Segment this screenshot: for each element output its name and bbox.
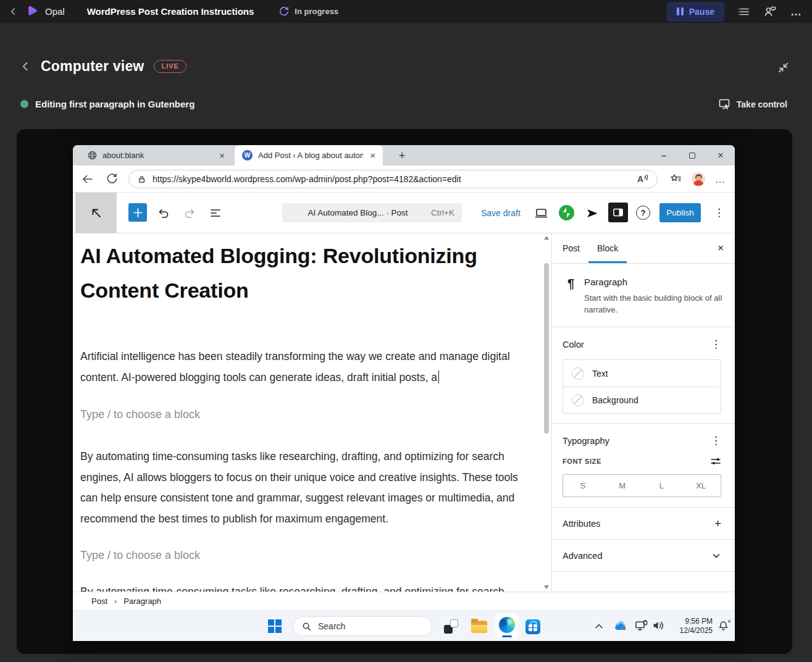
page-title: Computer view [41, 58, 144, 75]
onedrive-cloud-icon[interactable] [613, 620, 629, 632]
typography-options-icon[interactable]: ⋮ [711, 435, 721, 446]
view-back-icon[interactable] [20, 61, 31, 72]
task-view-icon[interactable] [444, 619, 458, 634]
edge-browser-icon[interactable] [495, 614, 519, 639]
windows-taskbar: Search [73, 610, 735, 641]
url-text: https://skype4bworld.wordpress.com/wp-ad… [153, 174, 631, 184]
breadcrumb-paragraph[interactable]: Paragraph [123, 597, 161, 606]
scrollbar-thumb[interactable] [544, 263, 549, 434]
scroll-up-icon[interactable] [544, 236, 549, 240]
nav-back-icon[interactable] [82, 173, 94, 185]
chevron-down-icon [711, 551, 721, 561]
save-draft-button[interactable]: Save draft [481, 193, 521, 233]
topbar-actions: Pause … [667, 2, 802, 22]
search-placeholder: Search [318, 621, 345, 631]
favorites-star-icon[interactable] [669, 173, 682, 185]
advanced-panel[interactable]: Advanced [552, 540, 735, 572]
more-menu-icon[interactable]: … [790, 9, 802, 15]
breadcrumb-post[interactable]: Post [91, 597, 107, 606]
font-size-m[interactable]: M [603, 475, 642, 496]
text-color-label: Text [592, 369, 608, 379]
command-palette[interactable]: AI Automated Blog... · Post Ctrl+K [282, 203, 462, 222]
publish-button[interactable]: Publish [659, 203, 701, 222]
tab-close-icon[interactable]: × [369, 151, 377, 160]
color-options-icon[interactable]: ⋮ [711, 339, 721, 350]
window-maximize-icon[interactable] [678, 145, 706, 166]
add-attributes-icon[interactable]: + [714, 517, 721, 530]
view-header: Computer view LIVE [20, 58, 186, 75]
empty-block-placeholder-1[interactable]: Type / to choose a block [80, 408, 200, 421]
window-close-icon[interactable]: × [706, 145, 735, 166]
nav-refresh-icon[interactable] [106, 173, 118, 185]
collapse-view-icon[interactable] [777, 61, 790, 74]
file-explorer-icon[interactable] [471, 621, 487, 633]
settings-sidebar-toggle[interactable] [608, 203, 628, 222]
typography-panel-title: Typography [563, 436, 609, 446]
status-dot [20, 100, 28, 108]
clock-date: 12/4/2025 [666, 626, 713, 635]
scroll-down-icon[interactable] [544, 585, 549, 589]
help-icon[interactable]: ? [636, 206, 650, 220]
take-control-label: Take control [737, 99, 787, 109]
task-list-icon[interactable] [738, 6, 750, 18]
tab-add-post[interactable]: W Add Post ‹ A blog about automat × [235, 145, 383, 166]
no-color-icon [572, 394, 584, 406]
back-icon[interactable] [9, 7, 18, 16]
paragraph-block-2[interactable]: By automating time-consuming tasks like … [80, 446, 537, 529]
partially-visible-paragraph[interactable]: By automating time-consuming tasks like … [80, 585, 538, 592]
lock-icon [137, 175, 146, 184]
tab-about-blank[interactable]: about:blank × [80, 145, 232, 166]
browser-tabstrip: about:blank × W Add Post ‹ A blog about … [73, 145, 735, 166]
microsoft-store-icon[interactable] [525, 619, 540, 634]
attributes-panel[interactable]: Attributes + [552, 508, 735, 540]
taskbar-search[interactable]: Search [293, 616, 432, 636]
window-minimize-icon[interactable]: – [650, 145, 678, 166]
block-inserter-button[interactable] [128, 203, 147, 222]
preview-icon[interactable] [534, 206, 548, 220]
globe-icon [88, 151, 97, 160]
taskbar-clock[interactable]: 9:56 PM 12/4/2025 [666, 617, 713, 635]
agent-chat-icon[interactable] [764, 5, 777, 18]
font-size-l[interactable]: L [642, 475, 682, 496]
editor-canvas: AI Automated Blogging: Revolutionizing C… [73, 233, 551, 592]
address-bar[interactable]: https://skype4bworld.wordpress.com/wp-ad… [128, 170, 658, 188]
font-size-xl[interactable]: XL [681, 475, 721, 496]
document-overview-icon[interactable] [209, 206, 222, 220]
command-shortcut: Ctrl+K [431, 208, 454, 217]
browser-menu-icon[interactable]: … [715, 174, 725, 185]
color-panel: Color ⋮ Text Background [552, 327, 735, 424]
profile-avatar[interactable] [692, 172, 705, 186]
start-button-icon[interactable] [268, 619, 282, 633]
editor-scrollbar[interactable] [543, 236, 550, 589]
pause-button[interactable]: Pause [667, 2, 724, 22]
agent-status-row: Editing first paragraph in Gutenberg Tak… [20, 98, 787, 111]
undo-icon[interactable] [157, 206, 170, 220]
volume-icon[interactable] [652, 620, 664, 631]
notification-bell-icon[interactable]: z [718, 620, 729, 632]
session-title: WordPress Post Creation Instructions [87, 6, 254, 17]
typography-panel: Typography ⋮ FONT SIZE S M L [552, 424, 735, 508]
paragraph-block-1[interactable]: Artificial intelligence has been steadil… [80, 346, 537, 388]
text-color-row[interactable]: Text [563, 360, 721, 387]
post-title-field[interactable]: AI Automated Blogging: Revolutionizing C… [80, 238, 540, 308]
new-tab-icon[interactable]: + [395, 149, 409, 162]
send-icon[interactable] [585, 206, 599, 220]
tab-close-icon[interactable]: × [218, 151, 226, 160]
font-size-label: FONT SIZE [563, 458, 601, 465]
tab-block[interactable]: Block [588, 233, 627, 263]
block-name: Paragraph [584, 277, 725, 287]
read-aloud-icon[interactable]: A [637, 174, 649, 184]
tab-post[interactable]: Post [554, 233, 588, 263]
editor-options-icon[interactable]: ⋮ [714, 207, 724, 218]
font-size-s[interactable]: S [563, 475, 603, 496]
network-icon[interactable] [635, 620, 648, 632]
redo-icon[interactable] [183, 206, 196, 220]
back-to-dashboard-button[interactable] [75, 193, 117, 233]
tray-chevron-up-icon[interactable] [595, 623, 603, 629]
close-sidebar-icon[interactable]: × [718, 242, 724, 254]
empty-block-placeholder-2[interactable]: Type / to choose a block [80, 549, 200, 562]
take-control-button[interactable]: Take control [718, 98, 787, 111]
jetpack-icon[interactable] [559, 205, 574, 220]
background-color-row[interactable]: Background [563, 387, 721, 413]
font-size-settings-icon[interactable] [710, 456, 721, 466]
